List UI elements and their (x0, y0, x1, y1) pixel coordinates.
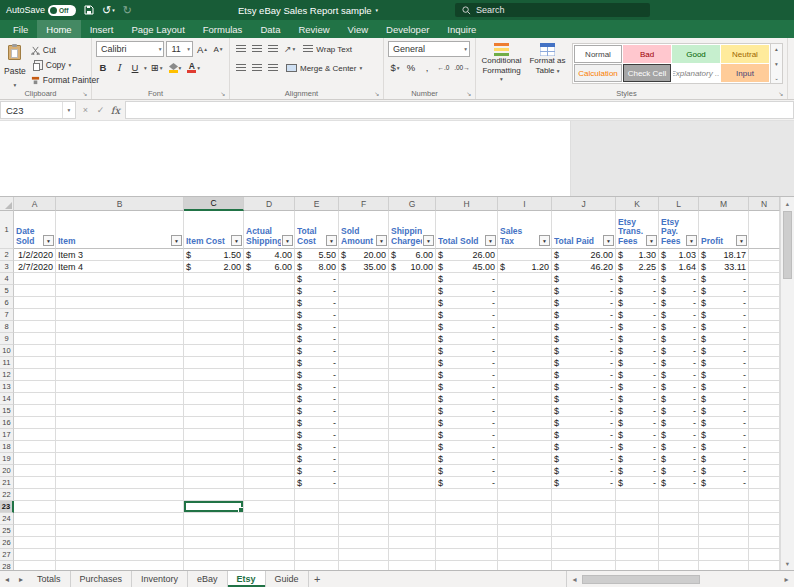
filter-button-m[interactable]: ▼ (736, 235, 747, 246)
search-box[interactable]: Search (455, 3, 650, 17)
row-header-14[interactable]: 14 (0, 393, 14, 405)
cell-i16[interactable] (498, 417, 552, 429)
cell-i2[interactable] (498, 249, 552, 261)
row-header-10[interactable]: 10 (0, 345, 14, 357)
cell-e1[interactable]: Total Cost▼ (295, 211, 339, 249)
cell-n2[interactable] (749, 249, 780, 261)
cell-f13[interactable] (339, 381, 389, 393)
filter-button-c[interactable]: ▼ (231, 235, 242, 246)
horizontal-scroll-thumb[interactable] (582, 575, 700, 584)
cell-d22[interactable] (244, 489, 295, 501)
cell-m17[interactable]: $- (699, 429, 749, 441)
cell-g15[interactable] (389, 405, 436, 417)
name-box[interactable]: C23 ▾ (0, 101, 76, 119)
cell-k20[interactable]: $- (616, 465, 659, 477)
cell-l16[interactable]: $- (659, 417, 699, 429)
sheet-tab-guide[interactable]: Guide (266, 571, 309, 587)
cell-e13[interactable]: $- (295, 381, 339, 393)
merge-center-button[interactable]: Merge & Center ▾ (286, 60, 362, 76)
number-format-select[interactable]: General ▾ (388, 41, 470, 57)
scroll-left-icon[interactable]: ◂ (569, 575, 580, 584)
cell-a14[interactable] (14, 393, 56, 405)
cell-c18[interactable] (184, 441, 244, 453)
cell-d20[interactable] (244, 465, 295, 477)
cell-f10[interactable] (339, 345, 389, 357)
cell-d1[interactable]: Actual Shipping▼ (244, 211, 295, 249)
cell-c12[interactable] (184, 369, 244, 381)
cell-l25[interactable] (659, 525, 699, 537)
menu-tab-home[interactable]: Home (37, 20, 80, 38)
cell-j6[interactable]: $- (552, 297, 616, 309)
col-header-c[interactable]: C (184, 197, 244, 211)
cell-c17[interactable] (184, 429, 244, 441)
cell-f3[interactable]: $35.00 (339, 261, 389, 273)
cell-h11[interactable]: $- (436, 357, 498, 369)
cell-j14[interactable]: $- (552, 393, 616, 405)
cell-h9[interactable]: $- (436, 333, 498, 345)
cell-a9[interactable] (14, 333, 56, 345)
cell-h5[interactable]: $- (436, 285, 498, 297)
cell-j12[interactable]: $- (552, 369, 616, 381)
cell-j10[interactable]: $- (552, 345, 616, 357)
cell-i17[interactable] (498, 429, 552, 441)
row-header-8[interactable]: 8 (0, 321, 14, 333)
cell-k17[interactable]: $- (616, 429, 659, 441)
undo-icon[interactable]: ↺▾ (102, 5, 115, 16)
cell-i7[interactable] (498, 309, 552, 321)
cell-j4[interactable]: $- (552, 273, 616, 285)
scroll-right-icon[interactable]: ▸ (781, 575, 792, 584)
cell-m16[interactable]: $- (699, 417, 749, 429)
cell-g6[interactable] (389, 297, 436, 309)
cell-l19[interactable]: $- (659, 453, 699, 465)
cell-e21[interactable]: $- (295, 477, 339, 489)
filter-button-l[interactable]: ▼ (686, 235, 697, 246)
cell-n12[interactable] (749, 369, 780, 381)
row-header-18[interactable]: 18 (0, 441, 14, 453)
cell-g5[interactable] (389, 285, 436, 297)
cell-a11[interactable] (14, 357, 56, 369)
cell-d28[interactable] (244, 561, 295, 570)
cell-d6[interactable] (244, 297, 295, 309)
cell-f9[interactable] (339, 333, 389, 345)
cell-h27[interactable] (436, 549, 498, 561)
row-header-5[interactable]: 5 (0, 285, 14, 297)
cell-a10[interactable] (14, 345, 56, 357)
sheet-tab-purchases[interactable]: Purchases (71, 571, 133, 587)
wrap-text-button[interactable]: Wrap Text (303, 41, 352, 57)
cell-j20[interactable]: $- (552, 465, 616, 477)
cell-c16[interactable] (184, 417, 244, 429)
cell-k13[interactable]: $- (616, 381, 659, 393)
cell-f11[interactable] (339, 357, 389, 369)
cell-l23[interactable] (659, 501, 699, 513)
cell-h18[interactable]: $- (436, 441, 498, 453)
cell-a8[interactable] (14, 321, 56, 333)
cell-h21[interactable]: $- (436, 477, 498, 489)
cell-k19[interactable]: $- (616, 453, 659, 465)
cell-b24[interactable] (56, 513, 184, 525)
cell-b22[interactable] (56, 489, 184, 501)
cell-i26[interactable] (498, 537, 552, 549)
filter-button-f[interactable]: ▼ (376, 235, 387, 246)
cell-j1[interactable]: Total Paid▼ (552, 211, 616, 249)
sheet-tab-etsy[interactable]: Etsy (228, 571, 266, 587)
cell-l10[interactable]: $- (659, 345, 699, 357)
save-icon[interactable] (84, 5, 94, 15)
row-header-15[interactable]: 15 (0, 405, 14, 417)
cell-n9[interactable] (749, 333, 780, 345)
cell-a13[interactable] (14, 381, 56, 393)
cell-k2[interactable]: $1.30 (616, 249, 659, 261)
cell-h19[interactable]: $- (436, 453, 498, 465)
cell-d18[interactable] (244, 441, 295, 453)
cell-i12[interactable] (498, 369, 552, 381)
menu-tab-formulas[interactable]: Formulas (194, 20, 252, 38)
cell-c20[interactable] (184, 465, 244, 477)
cell-b10[interactable] (56, 345, 184, 357)
cell-a12[interactable] (14, 369, 56, 381)
cell-k27[interactable] (616, 549, 659, 561)
cell-f17[interactable] (339, 429, 389, 441)
cell-l22[interactable] (659, 489, 699, 501)
cell-a6[interactable] (14, 297, 56, 309)
cell-b6[interactable] (56, 297, 184, 309)
col-header-i[interactable]: I (498, 197, 552, 211)
styles-dialog-launcher[interactable]: ↘ (777, 90, 785, 98)
